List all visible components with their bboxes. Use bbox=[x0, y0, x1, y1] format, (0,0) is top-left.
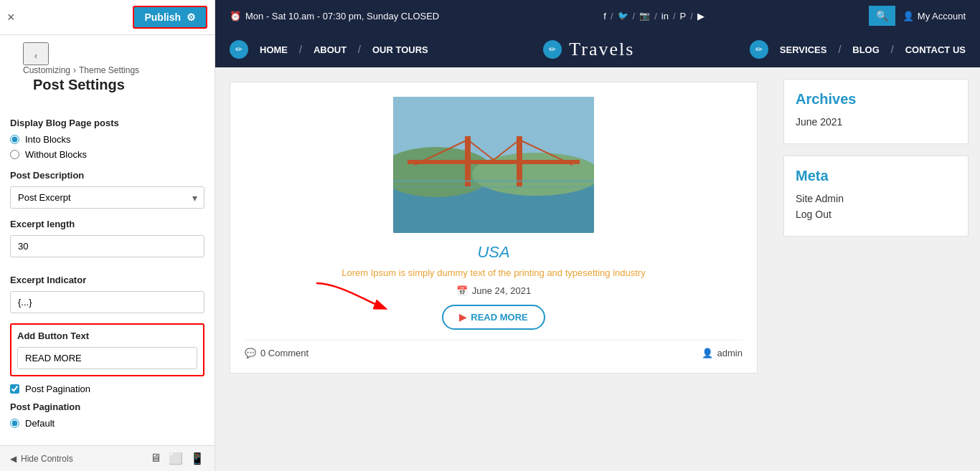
read-more-label: READ MORE bbox=[471, 312, 527, 323]
social-facebook[interactable]: f bbox=[603, 11, 606, 22]
breadcrumb: Customizing › Theme Settings bbox=[23, 65, 204, 75]
excerpt-length-input[interactable] bbox=[10, 235, 204, 257]
schedule-info: ⏰ Mon - Sat 10.am - 07:30 pm, Sunday CLO… bbox=[230, 11, 439, 22]
svg-rect-12 bbox=[393, 186, 594, 188]
comments-icon: 💬 bbox=[245, 348, 256, 358]
tablet-icon[interactable]: ⬜ bbox=[169, 452, 183, 465]
nav-services[interactable]: SERVICES bbox=[780, 44, 827, 55]
add-button-text-label: Add Button Text bbox=[17, 330, 197, 341]
publish-button[interactable]: Publish ⚙ bbox=[133, 6, 207, 29]
author-meta: 👤 admin bbox=[702, 348, 743, 358]
left-panel: × Publish ⚙ ‹ Customizing › Theme Settin… bbox=[0, 0, 215, 471]
read-more-arrow-icon: ▶ bbox=[459, 312, 466, 323]
post-pagination-section-label: Post Pagination bbox=[10, 401, 204, 412]
edit-logo-icon[interactable]: ✏ bbox=[543, 40, 562, 59]
site-top-bar: ⏰ Mon - Sat 10.am - 07:30 pm, Sunday CLO… bbox=[215, 0, 980, 32]
radio-into-blocks[interactable]: Into Blocks bbox=[10, 134, 204, 145]
nav-blog[interactable]: BLOG bbox=[852, 44, 880, 55]
display-blog-radio-group: Into Blocks Without Blocks bbox=[10, 134, 204, 160]
social-instagram[interactable]: 📷 bbox=[639, 11, 650, 21]
nav-home[interactable]: Home bbox=[260, 44, 288, 55]
site-nav: ✏ Home / ABOUT / OUR TOURS ✏ Travels ✏ S… bbox=[215, 32, 980, 67]
radio-default[interactable]: Default bbox=[10, 418, 204, 429]
author-icon: 👤 bbox=[702, 348, 713, 358]
sidebar: Archives June 2021 Meta Site Admin Log O… bbox=[772, 67, 980, 471]
schedule-text: Mon - Sat 10.am - 07:30 pm, Sunday CLOSE… bbox=[245, 11, 439, 22]
radio-into-blocks-input[interactable] bbox=[10, 135, 19, 144]
archives-june-2021-link[interactable]: June 2021 bbox=[796, 116, 956, 128]
content-area: USA Lorem Ipsum is simply dummy text of … bbox=[215, 67, 980, 471]
add-button-text-input[interactable] bbox=[17, 347, 197, 369]
post-title: USA bbox=[245, 243, 743, 262]
date-icon: 📅 bbox=[456, 285, 468, 296]
gear-icon: ⚙ bbox=[187, 11, 196, 23]
top-bar-right: 🔍 👤 My Account bbox=[869, 6, 966, 26]
page-title: Post Settings bbox=[23, 75, 204, 103]
radio-without-blocks[interactable]: Without Blocks bbox=[10, 149, 204, 160]
meta-widget: Meta Site Admin Log Out bbox=[783, 156, 969, 237]
comments-meta: 💬 0 Comment bbox=[245, 348, 308, 358]
edit-nav-right-icon[interactable]: ✏ bbox=[750, 40, 768, 59]
add-button-text-section: Add Button Text bbox=[10, 323, 204, 376]
breadcrumb-theme-settings: Theme Settings bbox=[79, 65, 139, 75]
comments-count: 0 Comment bbox=[260, 348, 308, 358]
post-card: USA Lorem Ipsum is simply dummy text of … bbox=[230, 82, 758, 374]
excerpt-indicator-input[interactable] bbox=[10, 291, 204, 313]
excerpt-indicator-label: Excerpt Indicator bbox=[10, 275, 204, 285]
breadcrumb-customizing: Customizing bbox=[23, 65, 70, 75]
post-excerpt: Lorem Ipsum is simply dummy text of the … bbox=[245, 267, 743, 278]
display-blog-section-label: Display Blog Page posts bbox=[10, 118, 204, 128]
social-youtube[interactable]: ▶ bbox=[697, 11, 705, 22]
radio-default-input[interactable] bbox=[10, 419, 19, 428]
post-pagination-checkbox[interactable] bbox=[10, 384, 19, 394]
top-bar: × Publish ⚙ bbox=[0, 0, 215, 35]
account-link[interactable]: 👤 My Account bbox=[903, 11, 966, 22]
post-description-select-wrapper: Post Excerpt ▾ bbox=[10, 186, 204, 209]
archives-title: Archives bbox=[796, 91, 956, 108]
site-logo: Travels bbox=[569, 39, 634, 60]
svg-rect-10 bbox=[407, 160, 580, 164]
post-image-svg bbox=[393, 97, 594, 233]
log-out-link[interactable]: Log Out bbox=[796, 209, 956, 220]
nav-about[interactable]: ABOUT bbox=[314, 44, 347, 55]
back-arrow-button[interactable]: ‹ bbox=[23, 42, 49, 65]
svg-rect-11 bbox=[393, 180, 594, 182]
social-links: f / 🐦 / 📷 / in / P / ▶ bbox=[603, 11, 705, 22]
post-pagination-radio-group: Default bbox=[10, 418, 204, 429]
meta-title: Meta bbox=[796, 168, 956, 184]
mobile-icon[interactable]: 📱 bbox=[190, 452, 204, 465]
breadcrumb-separator: › bbox=[73, 65, 76, 75]
post-description-label: Post Description bbox=[10, 170, 204, 181]
nav-our-tours[interactable]: OUR TOURS bbox=[372, 44, 428, 55]
radio-without-blocks-input[interactable] bbox=[10, 150, 19, 159]
excerpt-length-label: Excerpt length bbox=[10, 219, 204, 229]
main-area: ⏰ Mon - Sat 10.am - 07:30 pm, Sunday CLO… bbox=[215, 0, 980, 471]
device-icons: 🖥 ⬜ 📱 bbox=[150, 452, 204, 465]
post-pagination-checkbox-item[interactable]: Post Pagination bbox=[10, 384, 204, 394]
blog-area: USA Lorem Ipsum is simply dummy text of … bbox=[215, 67, 772, 471]
post-date: 📅 June 24, 2021 bbox=[245, 285, 743, 296]
chevron-left-icon: ◀ bbox=[10, 454, 17, 464]
social-twitter[interactable]: 🐦 bbox=[618, 11, 628, 21]
site-admin-link[interactable]: Site Admin bbox=[796, 193, 956, 204]
hide-controls[interactable]: ◀ Hide Controls bbox=[10, 454, 73, 464]
post-date-text: June 24, 2021 bbox=[472, 285, 531, 296]
bottom-bar: ◀ Hide Controls 🖥 ⬜ 📱 bbox=[0, 445, 215, 471]
publish-label: Publish bbox=[144, 11, 181, 23]
account-icon: 👤 bbox=[903, 11, 914, 22]
search-button[interactable]: 🔍 bbox=[869, 6, 895, 26]
social-pinterest[interactable]: P bbox=[680, 11, 687, 22]
social-linkedin[interactable]: in bbox=[661, 11, 669, 22]
nav-left: ✏ Home / ABOUT / OUR TOURS bbox=[230, 40, 428, 59]
post-image bbox=[393, 97, 594, 233]
nav-contact[interactable]: CONTACT US bbox=[905, 44, 966, 55]
hide-controls-label: Hide Controls bbox=[21, 454, 73, 464]
desktop-icon[interactable]: 🖥 bbox=[150, 452, 161, 465]
read-more-button[interactable]: ▶ READ MORE bbox=[442, 305, 545, 330]
account-label: My Account bbox=[918, 11, 966, 22]
close-button[interactable]: × bbox=[7, 10, 15, 25]
nav-right: ✏ SERVICES / BLOG / CONTACT US bbox=[750, 40, 966, 59]
panel-content: Display Blog Page posts Into Blocks With… bbox=[0, 103, 215, 445]
post-description-select[interactable]: Post Excerpt bbox=[10, 186, 204, 209]
edit-nav-left-icon[interactable]: ✏ bbox=[230, 40, 248, 59]
